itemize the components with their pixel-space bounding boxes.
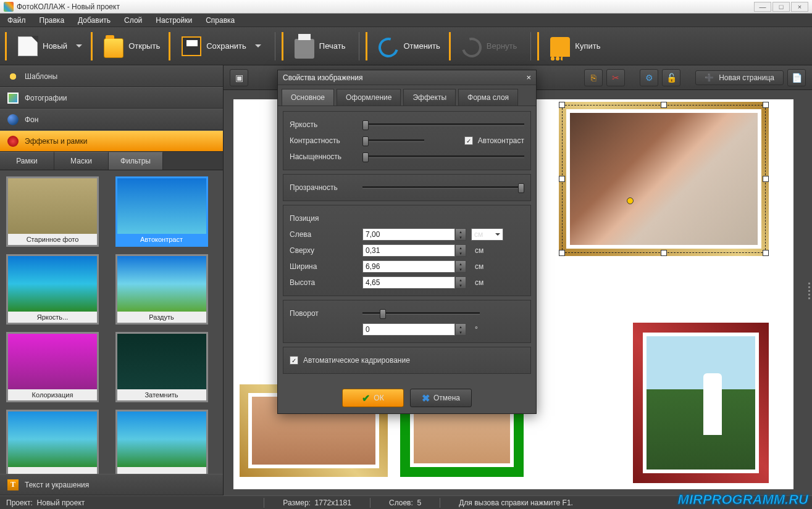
resize-handle[interactable] [763, 102, 769, 108]
brightness-slider[interactable] [362, 123, 524, 126]
panel-grabber[interactable] [806, 281, 812, 301]
spinner-arrows[interactable]: ▲▼ [455, 323, 466, 336]
new-button[interactable]: Новый [10, 33, 90, 60]
spinner-arrows[interactable]: ▲▼ [455, 276, 466, 289]
rotation-slider[interactable] [362, 312, 480, 315]
globe-icon [7, 114, 19, 125]
resize-handle[interactable] [763, 176, 769, 182]
menu-edit[interactable]: Правка [37, 15, 67, 26]
subtabs: Рамки Маски Фильтры [0, 152, 223, 170]
filter-brightness[interactable]: Яркость... [6, 254, 99, 325]
dialog-title: Свойства изображения [283, 73, 363, 82]
autocontrast-checkbox[interactable]: ✓ [464, 136, 473, 145]
redo-button[interactable]: Вернуть [454, 31, 525, 61]
left-input[interactable] [362, 228, 455, 241]
buy-button[interactable]: Купить [543, 32, 608, 60]
opacity-slider[interactable] [362, 186, 524, 189]
resize-handle[interactable] [559, 250, 565, 256]
menu-layer[interactable]: Слой [122, 15, 144, 26]
contrast-label: Контрастность [290, 136, 358, 145]
menu-help[interactable]: Справка [203, 15, 237, 26]
layers-button[interactable]: ▣ [230, 69, 248, 86]
tab-design[interactable]: Оформление [337, 89, 401, 106]
menu-file[interactable]: Файл [5, 15, 28, 26]
sidebar-background[interactable]: Фон [0, 109, 223, 130]
subtab-filters[interactable]: Фильтры [109, 152, 163, 170]
top-input[interactable] [362, 244, 455, 257]
height-input[interactable] [362, 276, 455, 289]
spinner-arrows[interactable]: ▲▼ [455, 244, 466, 257]
sidebar-text[interactable]: TТекст и украшения [0, 474, 223, 495]
image-frame-selected[interactable] [559, 102, 769, 256]
rotate-handle[interactable] [627, 197, 634, 204]
status-layers: Слоев: 5 [389, 499, 421, 507]
selection-outline [562, 105, 766, 253]
page-settings-button[interactable]: 📄 [787, 69, 806, 86]
cut-button[interactable]: ✂ [606, 69, 625, 86]
filter-item[interactable] [6, 410, 99, 474]
tool-button[interactable]: ⎘ [584, 69, 603, 86]
rotation-input[interactable] [362, 323, 455, 336]
maximize-button[interactable]: □ [772, 2, 790, 12]
status-size: Размер: 1772x1181 [283, 499, 351, 507]
contrast-slider[interactable] [362, 139, 424, 142]
saturation-slider[interactable] [362, 155, 524, 158]
tab-main[interactable]: Основное [282, 89, 334, 106]
folder-icon [104, 38, 123, 58]
dialog-titlebar[interactable]: Свойства изображения × [278, 70, 536, 85]
tab-shape[interactable]: Форма слоя [458, 89, 518, 106]
filter-old-photo[interactable]: Старинное фото [6, 176, 99, 247]
app-icon [4, 2, 14, 12]
autocrop-checkbox[interactable]: ✓ [290, 356, 298, 365]
settings-button[interactable]: ⚙ [640, 69, 658, 86]
width-input[interactable] [362, 260, 455, 273]
spinner-arrows[interactable]: ▲▼ [455, 260, 466, 273]
print-button[interactable]: Печать [287, 30, 353, 62]
saturation-label: Насыщенность [290, 152, 358, 161]
subtab-frames[interactable]: Рамки [0, 152, 54, 170]
filter-colorize[interactable]: Колоризация [6, 332, 99, 402]
image-frame[interactable] [633, 323, 769, 483]
undo-button[interactable]: Отменить [371, 31, 447, 61]
dialog-close-button[interactable]: × [526, 73, 531, 82]
x-icon: ✖ [422, 392, 430, 404]
close-button[interactable]: × [791, 2, 808, 12]
open-button[interactable]: Открыть [96, 31, 167, 62]
key-icon [550, 37, 570, 57]
spinner-arrows[interactable]: ▲▼ [455, 228, 466, 241]
filter-darken[interactable]: Затемнить [115, 332, 208, 402]
subtab-masks[interactable]: Маски [54, 152, 109, 170]
resize-handle[interactable] [661, 250, 667, 256]
resize-handle[interactable] [661, 102, 667, 108]
menu-settings[interactable]: Настройки [153, 15, 195, 26]
menubar: Файл Правка Добавить Слой Настройки Спра… [0, 14, 812, 27]
new-page-button[interactable]: ➕Новая страница [695, 70, 784, 85]
menu-add[interactable]: Добавить [75, 15, 113, 26]
tab-effects[interactable]: Эффекты [403, 89, 456, 106]
undo-icon [375, 34, 403, 61]
filter-inflate[interactable]: Раздуть [115, 254, 208, 325]
sidebar-photos[interactable]: Фотографии [0, 87, 223, 109]
cancel-button[interactable]: ✖Отмена [410, 389, 472, 407]
filter-grid[interactable]: Старинное фото Автоконтраст Яркость... Р… [0, 170, 223, 474]
main-toolbar: Новый Открыть Сохранить Печать Отменить … [0, 27, 812, 65]
resize-handle[interactable] [559, 176, 565, 182]
sidebar-effects[interactable]: Эффекты и рамки [0, 130, 223, 152]
lock-icon: 🔓 [666, 73, 677, 83]
ok-button[interactable]: ✔ОК [342, 389, 404, 407]
resize-handle[interactable] [559, 102, 565, 108]
width-label: Ширина [290, 262, 358, 271]
filter-autocontrast[interactable]: Автоконтраст [115, 176, 208, 247]
top-label: Сверху [290, 246, 358, 255]
toolbar-accent [5, 32, 7, 60]
lock-button[interactable]: 🔓 [662, 69, 680, 86]
save-button[interactable]: Сохранить [174, 33, 269, 60]
filter-item[interactable] [115, 410, 208, 474]
minimize-button[interactable]: — [754, 2, 771, 12]
sidebar-templates[interactable]: Шаблоны [0, 65, 223, 87]
image-properties-dialog: Свойства изображения × Основное Оформлен… [277, 70, 537, 414]
resize-handle[interactable] [763, 250, 769, 256]
page-gear-icon: 📄 [792, 73, 802, 83]
unit-dropdown[interactable]: см [471, 228, 503, 241]
layers-icon: ▣ [235, 73, 243, 83]
